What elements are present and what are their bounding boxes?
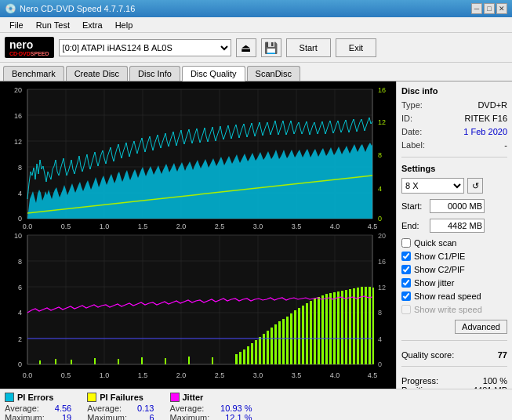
svg-text:20: 20 <box>378 232 386 240</box>
show-read-speed-checkbox[interactable] <box>401 291 411 301</box>
svg-rect-85 <box>341 291 343 364</box>
svg-rect-96 <box>71 360 72 364</box>
drive-select[interactable]: [0:0] ATAPI iHAS124 B AL0S <box>59 39 231 56</box>
jitter-block: Jitter Average: 10.93 % Maximum: 12.1 % … <box>170 393 252 420</box>
quality-score-label: Quality score: <box>401 350 454 360</box>
svg-text:0: 0 <box>378 215 382 223</box>
svg-rect-101 <box>188 357 190 364</box>
menu-run-test[interactable]: Run Test <box>30 19 76 31</box>
svg-text:8: 8 <box>18 164 22 172</box>
svg-rect-87 <box>349 289 351 364</box>
progress-label: Progress: <box>401 376 438 386</box>
svg-rect-66 <box>267 331 269 364</box>
svg-rect-92 <box>369 287 371 364</box>
app-title: Nero CD-DVD Speed 4.7.7.16 <box>20 4 135 13</box>
progress-section: Progress: 100 % Position: 4481 MB Speed:… <box>401 376 507 389</box>
jitter-color <box>170 393 180 402</box>
eject-button[interactable]: ⏏ <box>236 38 256 57</box>
svg-text:4: 4 <box>18 190 22 197</box>
menu-extra[interactable]: Extra <box>76 19 109 31</box>
maximize-button[interactable]: □ <box>484 3 495 14</box>
show-jitter-checkbox[interactable] <box>401 278 411 288</box>
disc-type-label: Type: <box>401 100 423 110</box>
show-jitter-label: Show jitter <box>414 278 454 288</box>
svg-text:12: 12 <box>378 118 386 126</box>
svg-text:2.0: 2.0 <box>176 223 187 230</box>
disc-id-value: RITEK F16 <box>465 114 507 123</box>
svg-rect-59 <box>239 352 241 364</box>
svg-rect-90 <box>361 287 363 364</box>
exit-button[interactable]: Exit <box>336 38 376 57</box>
svg-rect-75 <box>302 306 304 364</box>
close-button[interactable]: ✕ <box>496 3 507 14</box>
tab-create-disc[interactable]: Create Disc <box>66 66 128 81</box>
pi-max-value: 19 <box>62 413 71 420</box>
show-c2pif-checkbox[interactable] <box>401 265 411 274</box>
tab-disc-info[interactable]: Disc Info <box>129 66 180 81</box>
jitter-max-value: 12.1 % <box>225 413 252 420</box>
svg-text:0.0: 0.0 <box>23 223 33 230</box>
speed-select[interactable]: 8 X 4 X 12 X 16 X <box>401 178 464 194</box>
disc-label-label: Label: <box>401 140 425 150</box>
svg-rect-60 <box>243 349 245 364</box>
app-icon: 💿 <box>5 3 16 14</box>
svg-rect-98 <box>118 359 119 364</box>
svg-rect-102 <box>212 357 213 364</box>
menu-help[interactable]: Help <box>109 19 140 31</box>
start-button[interactable]: Start <box>286 38 331 57</box>
save-button[interactable]: 💾 <box>261 38 281 57</box>
svg-text:20: 20 <box>14 86 22 94</box>
tab-scan-disc[interactable]: ScanDisc <box>247 66 300 81</box>
quality-score-value: 77 <box>498 350 507 360</box>
svg-text:4: 4 <box>378 335 382 343</box>
svg-rect-80 <box>321 295 324 364</box>
svg-text:4.5: 4.5 <box>368 223 378 230</box>
svg-text:12: 12 <box>378 284 386 291</box>
svg-rect-77 <box>310 301 312 364</box>
svg-text:1.5: 1.5 <box>138 223 148 230</box>
svg-rect-88 <box>353 288 355 364</box>
progress-value: 100 % <box>483 376 507 386</box>
pi-avg-value: 4.56 <box>55 404 71 413</box>
refresh-button[interactable]: ↺ <box>467 178 483 194</box>
pif-avg-label: Average: <box>87 404 122 413</box>
show-c2pif-label: Show C2/PIF <box>414 265 465 274</box>
tab-disc-quality[interactable]: Disc Quality <box>182 66 245 81</box>
advanced-button[interactable]: Advanced <box>455 320 507 334</box>
end-label: End: <box>401 221 427 230</box>
svg-rect-67 <box>271 328 273 364</box>
svg-rect-94 <box>39 360 41 364</box>
svg-rect-83 <box>333 292 336 364</box>
svg-rect-78 <box>314 299 316 364</box>
svg-text:0.5: 0.5 <box>61 223 71 230</box>
svg-rect-64 <box>259 337 261 364</box>
svg-text:3.0: 3.0 <box>253 371 263 379</box>
jitter-avg-label: Average: <box>170 404 205 413</box>
svg-rect-95 <box>55 359 56 364</box>
tab-benchmark[interactable]: Benchmark <box>3 66 64 81</box>
show-c1pie-checkbox[interactable] <box>401 252 411 261</box>
svg-rect-82 <box>329 293 332 364</box>
svg-rect-97 <box>94 358 96 364</box>
svg-rect-86 <box>345 290 347 364</box>
svg-text:8: 8 <box>18 258 22 266</box>
disc-id-label: ID: <box>401 114 412 123</box>
svg-rect-73 <box>294 310 296 364</box>
jitter-label: Jitter <box>183 393 204 402</box>
svg-text:1.0: 1.0 <box>100 371 110 379</box>
pi-failures-color <box>87 393 96 402</box>
svg-text:10: 10 <box>14 232 22 240</box>
svg-text:4.0: 4.0 <box>330 223 340 230</box>
menu-file[interactable]: File <box>3 19 30 31</box>
minimize-button[interactable]: ─ <box>471 3 482 14</box>
start-label: Start: <box>401 201 427 211</box>
svg-text:8: 8 <box>378 309 382 317</box>
svg-text:3.5: 3.5 <box>292 371 302 379</box>
end-input[interactable] <box>430 219 485 233</box>
tab-bar: Benchmark Create Disc Disc Info Disc Qua… <box>0 63 512 81</box>
pi-avg-label: Average: <box>5 404 39 413</box>
svg-rect-84 <box>337 291 340 364</box>
quick-scan-checkbox[interactable] <box>401 238 411 248</box>
start-input[interactable] <box>430 199 485 213</box>
show-write-speed-label: Show write speed <box>414 305 482 314</box>
